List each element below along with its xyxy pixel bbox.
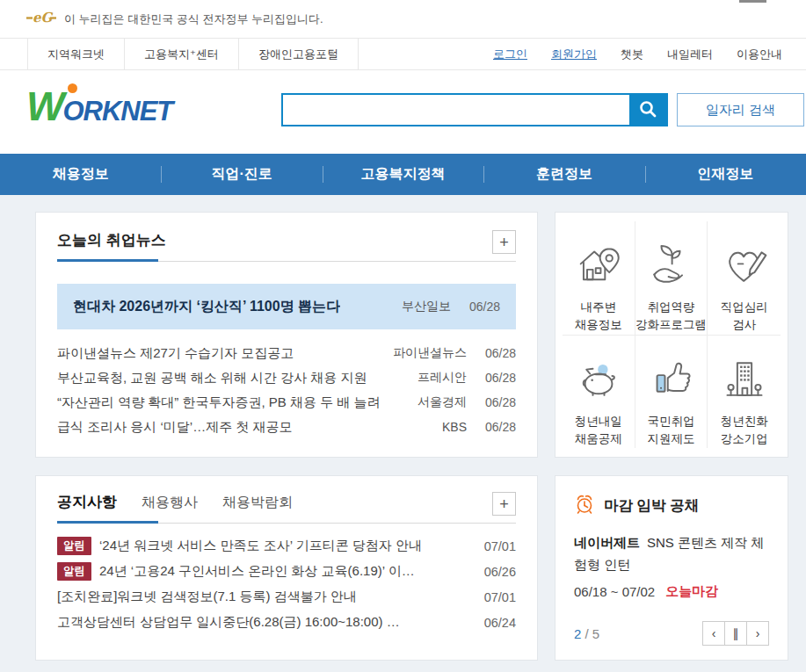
notice-title: 고객상담센터 상담업무 일시중단(6.28(금) 16:00~18:00) …	[57, 614, 472, 631]
family-site-local-worknet[interactable]: 지역워크넷	[27, 39, 124, 69]
closing-job-item[interactable]: 네이버제트SNS 콘텐츠 제작 체험형 인턴	[574, 532, 769, 576]
alarm-clock-icon	[574, 494, 595, 518]
nav-item-talent-info[interactable]: 인재정보	[645, 154, 806, 195]
gov-banner-text: 이 누리집은 대한민국 공식 전자정부 누리집입니다.	[64, 11, 323, 27]
featured-news-title: 현대차 2026년까지 ‘킹산직’ 1100명 뽑는다	[73, 298, 340, 316]
search-icon	[638, 99, 657, 121]
nav-item-training-info[interactable]: 훈련정보	[483, 154, 644, 195]
job-search-button[interactable]: 일자리 검색	[677, 93, 804, 126]
closing-soon-panel: 마감 임박 공채 네이버제트SNS 콘텐츠 제작 체험형 인턴 06/18 ~ …	[555, 475, 788, 661]
news-item-source: KBS	[442, 420, 467, 434]
usage-guide-link[interactable]: 이용안내	[737, 47, 782, 62]
carousel-prev-button[interactable]: ‹	[702, 621, 725, 646]
closing-company: 네이버제트	[574, 535, 640, 550]
job-news-panel: 오늘의 취업뉴스 + 현대차 2026년까지 ‘킹산직’ 1100명 뽑는다 부…	[35, 212, 538, 458]
gov-banner: eG 이 누리집은 대한민국 공식 전자정부 누리집입니다.	[0, 0, 806, 38]
nav-item-employment-welfare-policy[interactable]: 고용복지정책	[323, 154, 483, 195]
quicklink-nearby-jobs[interactable]: 내주변 채용정보	[563, 221, 635, 336]
tab-notice[interactable]: 공지사항	[57, 492, 117, 523]
news-item-date: 06/28	[481, 346, 516, 360]
closing-soon-title: 마감 임박 공채	[604, 496, 699, 516]
tab-recruit-event[interactable]: 채용행사	[142, 494, 198, 523]
utility-bar: 지역워크넷 고용복지⁺센터 장애인고용포털 로그인 회원가입 챗봇 내일레터 이…	[0, 38, 806, 70]
search-input[interactable]	[283, 95, 629, 125]
news-item-date: 06/28	[481, 371, 516, 385]
signup-link[interactable]: 회원가입	[551, 47, 597, 62]
quicklink-label: 청년내일 채움공제	[575, 413, 622, 449]
family-sites: 지역워크넷 고용복지⁺센터 장애인고용포털	[27, 39, 359, 69]
house-pin-icon	[576, 242, 621, 288]
quicklink-employability-program[interactable]: 취업역량 강화프로그램	[635, 221, 708, 336]
news-item-source: 서울경제	[418, 394, 467, 410]
notice-list: 알림 ‘24년 워크넷 서비스 만족도 조사’ 기프티콘 당첨자 안내 07/0…	[57, 533, 516, 635]
notice-date: 07/01	[484, 539, 516, 553]
family-site-employment-welfare-center[interactable]: 고용복지⁺센터	[124, 39, 238, 69]
notice-title: [조치완료]워크넷 검색정보(7.1 등록) 검색불가 안내	[57, 589, 472, 605]
news-item-title: 파이낸셜뉴스 제27기 수습기자 모집공고	[57, 345, 393, 362]
gov-eg-icon: eG	[26, 10, 56, 29]
sprout-hand-icon	[648, 242, 693, 288]
news-list-item[interactable]: 부산교육청, 교원 공백 해소 위해 시간 강사 채용 지원 프레시안 06/2…	[57, 365, 516, 390]
notice-title: 24년 ‘고용24 구인서비스 온라인 화상 교육(6.19)’ 이…	[99, 563, 472, 580]
top-edge-artifact	[739, 0, 766, 3]
login-link[interactable]: 로그인	[493, 47, 527, 62]
news-item-title: 급식 조리사 응시 ‘미달’…제주 첫 재공모	[57, 419, 442, 436]
nav-item-recruit-info[interactable]: 채용정보	[0, 154, 161, 195]
logo-letters-orknet: ORKNET	[62, 96, 172, 127]
closing-status-badge: 오늘마감	[665, 583, 718, 600]
utility-links: 로그인 회원가입 챗봇 내일레터 이용안내	[493, 39, 782, 69]
quick-links-panel: 내주변 채용정보 취업역량 강화프로그램	[555, 212, 788, 458]
news-list: 파이낸셜뉴스 제27기 수습기자 모집공고 파이낸셜뉴스 06/28 부산교육청…	[57, 341, 516, 439]
main-nav: 채용정보 직업·진로 고용복지정책 훈련정보 인재정보	[0, 154, 806, 195]
news-item-date: 06/28	[481, 420, 516, 434]
notice-tabs: 공지사항 채용행사 채용박람회	[57, 492, 293, 523]
closing-period: 06/18 ~ 07/02	[574, 584, 655, 599]
notice-item[interactable]: 고객상담센터 상담업무 일시중단(6.28(금) 16:00~18:00) … …	[57, 610, 516, 635]
news-list-item[interactable]: 파이낸셜뉴스 제27기 수습기자 모집공고 파이낸셜뉴스 06/28	[57, 341, 516, 365]
carousel-pause-button[interactable]: ∥	[724, 621, 747, 646]
main-content: 오늘의 취업뉴스 + 현대차 2026년까지 ‘킹산직’ 1100명 뽑는다 부…	[0, 195, 806, 672]
news-item-source: 파이낸셜뉴스	[393, 345, 467, 361]
notice-panel: 공지사항 채용행사 채용박람회 + 알림 ‘24년 워크넷 서비스 만족도 조사…	[35, 475, 538, 661]
tab-job-fair[interactable]: 채용박람회	[222, 494, 293, 523]
panel-underline	[57, 523, 516, 524]
quicklink-psych-test[interactable]: 직업심리 검사	[708, 221, 781, 336]
quicklink-youth-savings[interactable]: 청년내일 채움공제	[563, 336, 635, 449]
news-item-title: 부산교육청, 교원 공백 해소 위해 시간 강사 채용 지원	[57, 370, 418, 387]
featured-news-source: 부산일보	[402, 299, 451, 314]
notice-more-button[interactable]: +	[492, 492, 516, 516]
carousel-next-button[interactable]: ›	[746, 621, 769, 646]
newsletter-link[interactable]: 내일레터	[667, 47, 713, 62]
page-indicator: 2 / 5	[574, 626, 599, 641]
quicklink-youth-friendly-company[interactable]: 청년친화 강소기업	[708, 336, 781, 449]
notice-item[interactable]: 알림 ‘24년 워크넷 서비스 만족도 조사’ 기프티콘 당첨자 안내 07/0…	[57, 533, 516, 559]
building-icon	[722, 357, 767, 402]
thumbs-up-icon	[648, 357, 693, 402]
notice-badge: 알림	[57, 562, 91, 581]
search-box	[281, 93, 668, 126]
notice-item[interactable]: [조치완료]워크넷 검색정보(7.1 등록) 검색불가 안내 07/01	[57, 584, 516, 610]
news-list-item[interactable]: 급식 조리사 응시 ‘미달’…제주 첫 재공모 KBS 06/28	[57, 415, 516, 439]
search-button[interactable]	[629, 95, 666, 125]
chatbot-link[interactable]: 챗봇	[621, 47, 643, 62]
panel-underline	[57, 261, 516, 262]
news-item-title: “자산관리 역량 확대” 한국투자증권, PB 채용 두 배 늘려	[57, 394, 418, 411]
header: W ORKNET 일자리 검색	[0, 70, 806, 154]
worknet-logo[interactable]: W ORKNET	[26, 86, 172, 127]
family-site-disabled-portal[interactable]: 장애인고용포털	[238, 39, 359, 69]
logo-orange-dot	[68, 83, 77, 93]
news-list-item[interactable]: “자산관리 역량 확대” 한국투자증권, PB 채용 두 배 늘려 서울경제 0…	[57, 390, 516, 415]
notice-item[interactable]: 알림 24년 ‘고용24 구인서비스 온라인 화상 교육(6.19)’ 이… 0…	[57, 559, 516, 584]
job-news-more-button[interactable]: +	[492, 230, 516, 254]
carousel-controls: ‹ ∥ ›	[703, 621, 769, 646]
notice-date: 06/26	[484, 565, 516, 579]
quicklink-national-employment-support[interactable]: 국민취업 지원제도	[635, 336, 708, 449]
quicklink-label: 취업역량 강화프로그램	[635, 299, 707, 335]
news-item-source: 프레시안	[418, 370, 467, 386]
featured-news-date: 06/28	[465, 300, 500, 314]
featured-news-item[interactable]: 현대차 2026년까지 ‘킹산직’ 1100명 뽑는다 부산일보 06/28	[57, 284, 516, 329]
logo-letter-w: W	[26, 86, 62, 126]
piggy-bank-icon	[576, 357, 621, 402]
nav-item-job-career[interactable]: 직업·진로	[161, 154, 322, 195]
notice-date: 07/01	[484, 590, 516, 604]
